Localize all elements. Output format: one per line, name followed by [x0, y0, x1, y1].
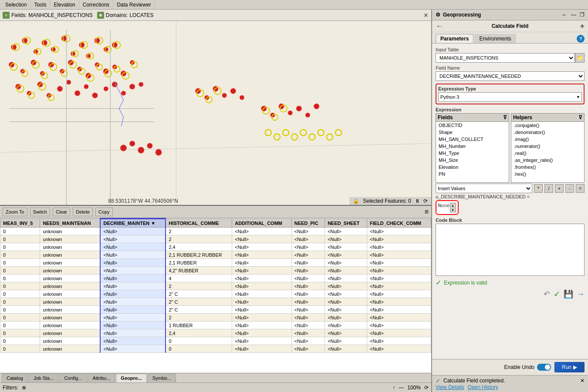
field-list-item[interactable]: MH_Number: [436, 143, 509, 150]
cell-2-4: <Null>: [232, 243, 292, 251]
cell-4-1: unknown: [40, 259, 101, 267]
svg-rect-0: [1, 21, 431, 205]
run-button[interactable]: Run ▶: [554, 362, 585, 372]
map-canvas[interactable]: 88.5301178°W 44.7640506°N 🔒 Selected Fea…: [0, 21, 431, 205]
toolbar-elevation[interactable]: Elevation: [50, 0, 79, 9]
expression-type-select[interactable]: Python 3 Python Arcade SQL: [438, 92, 582, 102]
cell-10-4: <Null>: [232, 306, 292, 314]
filter-icon[interactable]: ⊕: [22, 385, 26, 391]
copy-button[interactable]: Copy: [95, 208, 113, 216]
toolbar-tools[interactable]: Tools: [30, 0, 50, 9]
bottom-tab-catalog[interactable]: Catalog: [2, 374, 28, 382]
field-list-item[interactable]: MH_SAN_COLLECT: [436, 136, 509, 143]
insert-values-select[interactable]: Insert Values: [436, 184, 532, 193]
field-list-item[interactable]: Elevation: [436, 164, 509, 171]
help-button[interactable]: ?: [577, 35, 585, 43]
expr-input-text[interactable]: None: [438, 203, 450, 208]
field-list-item[interactable]: PN: [436, 171, 509, 178]
table-row: 0unknown<Null>2,1 RUBBER,2 RUBBER<Null><…: [0, 251, 431, 259]
code-block-area[interactable]: [436, 224, 585, 276]
helpers-filter-icon[interactable]: ⊽: [578, 114, 582, 121]
check-icon[interactable]: ✓: [554, 289, 560, 299]
field-list-item[interactable]: Shape: [436, 129, 509, 136]
expr-spinner[interactable]: ▲ ▼: [450, 203, 456, 212]
toolbar-data-reviewer[interactable]: Data Reviewer: [113, 0, 155, 9]
cell-9-2: <Null>: [100, 298, 166, 306]
fields-col-header: Fields ⊽: [436, 113, 509, 122]
helper-list-item[interactable]: .hex(): [511, 171, 584, 178]
input-table-folder-btn[interactable]: 📁: [575, 53, 585, 63]
op-divide[interactable]: /: [544, 184, 553, 193]
helper-list-item[interactable]: .conjugate(): [511, 122, 584, 129]
refresh-table-icon[interactable]: ⟳: [424, 385, 429, 391]
table-row: 0unknown<Null>2,4<Null><Null><Null><Null…: [0, 243, 431, 251]
helper-list-item[interactable]: .denominator(): [511, 129, 584, 136]
input-table-select[interactable]: MANHOLE_INSPECTIONS: [436, 53, 575, 63]
svg-point-36: [104, 87, 108, 91]
helpers-list[interactable]: .conjugate().denominator().imag().numera…: [511, 122, 585, 183]
cell-2-3: 2,4: [166, 243, 232, 251]
cell-11-0: 0: [0, 314, 40, 322]
bottom-tab-config[interactable]: Config...: [59, 374, 87, 382]
fields-filter-icon[interactable]: ⊽: [503, 114, 507, 121]
helper-list-item[interactable]: .imag(): [511, 136, 584, 143]
status-close-btn[interactable]: ✕: [580, 378, 585, 384]
cell-6-3: 4: [166, 275, 232, 282]
op-plus[interactable]: +: [555, 184, 564, 193]
tab-environments[interactable]: Environments: [474, 34, 516, 43]
add-icon[interactable]: +: [580, 22, 585, 31]
toolbar-corrections[interactable]: Corrections: [79, 0, 113, 9]
tab-parameters[interactable]: Parameters: [436, 34, 473, 43]
minimize-btn[interactable]: —: [571, 12, 576, 18]
gp-back-button[interactable]: ←: [561, 11, 568, 18]
field-list-item[interactable]: MH_Type: [436, 150, 509, 157]
fields-list[interactable]: OBJECTIDShapeMH_SAN_COLLECTMH_NumberMH_T…: [436, 122, 509, 183]
op-minus[interactable]: -: [565, 184, 574, 193]
helpers-col: Helpers ⊽ .conjugate().denominator().ima…: [511, 113, 585, 183]
op-equals[interactable]: =: [576, 184, 585, 193]
svg-point-38: [121, 91, 125, 95]
clear-button[interactable]: Clear: [53, 208, 70, 216]
gp-back-arrow[interactable]: ←: [436, 22, 443, 31]
expr-spinner-down[interactable]: ▼: [450, 208, 456, 212]
switch-button[interactable]: Switch: [30, 208, 50, 216]
cell-5-7: <Null>: [367, 267, 431, 275]
bottom-tab-attribu[interactable]: Attribu...: [88, 374, 115, 382]
toolbar-selection[interactable]: Selection: [2, 0, 30, 9]
bottom-tab-symbo[interactable]: Symbo...: [148, 374, 176, 382]
helper-list-item[interactable]: .fromhex(): [511, 164, 584, 171]
helper-list-item[interactable]: .real(): [511, 150, 584, 157]
zoom-to-button[interactable]: Zoom To: [3, 208, 27, 216]
helper-list-item[interactable]: .numerator(): [511, 143, 584, 150]
save-icon[interactable]: 💾: [564, 289, 573, 299]
expr-spinner-up[interactable]: ▲: [450, 203, 456, 208]
op-multiply[interactable]: *: [534, 184, 543, 193]
view-details-link[interactable]: View Details: [436, 384, 464, 390]
undo-icon[interactable]: ↶: [544, 289, 550, 299]
bottom-tab-job-sta[interactable]: Job Sta...: [29, 374, 58, 382]
gp-status-bar: ✓ Calculate Field completed. ✕ View Deta…: [432, 375, 588, 392]
table-menu-icon[interactable]: ≡: [425, 208, 429, 216]
delete-button[interactable]: Delete: [73, 208, 93, 216]
cell-10-6: <Null>: [325, 306, 367, 314]
enable-undo-toggle[interactable]: [537, 364, 551, 371]
up-icon[interactable]: ↑: [392, 385, 395, 391]
restore-btn[interactable]: ❐: [580, 12, 585, 18]
svg-point-86: [305, 113, 310, 117]
expression-input-box[interactable]: None ▲ ▼: [436, 200, 459, 215]
table-row: 0unknown<Null>4,2" RUBBER<Null><Null><Nu…: [0, 267, 431, 275]
open-history-link[interactable]: Open History: [468, 384, 498, 390]
field-name-select[interactable]: DECRIBE_MAINTENANCE_NEEDED: [436, 71, 585, 81]
forward-icon[interactable]: →: [577, 290, 585, 299]
fields-label: Fields:: [11, 12, 27, 18]
pause-icon[interactable]: ⏸: [415, 198, 420, 204]
field-list-item[interactable]: MH_Size: [436, 157, 509, 164]
bottom-tab-geopro[interactable]: Geopro...: [116, 374, 146, 382]
close-fields-btn[interactable]: ✕: [423, 12, 429, 19]
helper-list-item[interactable]: .as_integer_ratio(): [511, 157, 584, 164]
svg-point-8: [79, 42, 84, 47]
attribute-table-container[interactable]: MEAS_INV_5 NEEDS_MAINTENAN DECRIBE_MAINT…: [0, 218, 431, 373]
field-list-item[interactable]: OBJECTID: [436, 122, 509, 129]
refresh-icon[interactable]: ⟳: [423, 198, 428, 204]
expression-type-section: Expression Type Python 3 Python Arcade S…: [436, 84, 585, 104]
